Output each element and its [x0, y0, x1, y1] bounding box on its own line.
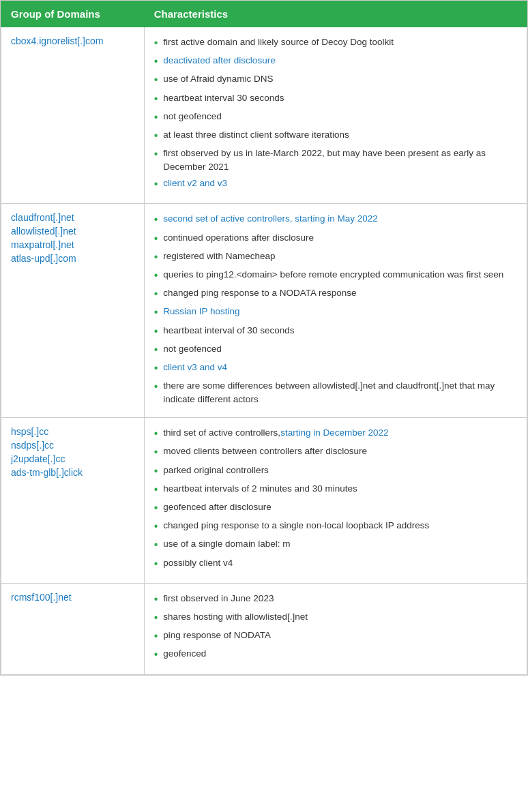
- char-item: possibly client v4: [154, 556, 517, 571]
- char-item: geofenced: [154, 647, 517, 662]
- header-domains: Group of Domains: [1, 1, 145, 27]
- domain-name: maxpatrol[.]net: [11, 239, 134, 250]
- char-item: ping response of NODATA: [154, 629, 517, 644]
- characteristics-list: second set of active controllers, starti…: [154, 212, 517, 406]
- char-item: geofenced after disclosure: [154, 500, 517, 515]
- char-item: second set of active controllers, starti…: [154, 212, 517, 227]
- domain-name: cbox4.ignorelist[.]com: [11, 35, 134, 46]
- characteristics-cell: second set of active controllers, starti…: [144, 204, 527, 418]
- char-item: deactivated after disclosure: [154, 54, 517, 69]
- domain-name: allowlisted[.]net: [11, 226, 134, 237]
- characteristics-list: third set of active controllers, startin…: [154, 426, 517, 571]
- domain-name: j2update[.]cc: [11, 453, 134, 464]
- domain-cell: cbox4.ignorelist[.]com: [1, 27, 145, 204]
- char-item: first observed in June 2023: [154, 592, 517, 607]
- characteristics-list: first observed in June 2023shares hostin…: [154, 592, 517, 663]
- char-item: use of Afraid dynamic DNS: [154, 72, 517, 87]
- domain-name: atlas-upd[.]com: [11, 253, 134, 264]
- domain-cell: rcmsf100[.]net: [1, 583, 145, 674]
- char-item: registered with Namecheap: [154, 250, 517, 265]
- table-row: cbox4.ignorelist[.]comfirst active domai…: [1, 27, 527, 204]
- char-item: heartbeat intervals of 2 minutes and 30 …: [154, 482, 517, 497]
- char-item: use of a single domain label: m: [154, 537, 517, 552]
- characteristics-list: first active domain and likely source of…: [154, 35, 517, 192]
- char-item: client v2 and v3: [154, 177, 517, 192]
- char-item: parked original controllers: [154, 464, 517, 479]
- table-row: rcmsf100[.]netfirst observed in June 202…: [1, 583, 527, 674]
- char-item: heartbeat interval of 30 seconds: [154, 324, 517, 339]
- char-item: client v3 and v4: [154, 361, 517, 376]
- char-item: queries to ping12.<domain> before remote…: [154, 268, 517, 283]
- domain-name: claudfront[.]net: [11, 212, 134, 223]
- domain-name: nsdps[.]cc: [11, 440, 134, 451]
- char-item: first observed by us in late-March 2022,…: [154, 147, 517, 173]
- domain-name: ads-tm-glb[.]click: [11, 467, 134, 478]
- char-item: Russian IP hosting: [154, 305, 517, 320]
- char-item: not geofenced: [154, 342, 517, 357]
- main-table: Group of Domains Characteristics cbox4.i…: [0, 0, 528, 676]
- char-item: continued operations after disclosure: [154, 231, 517, 246]
- char-item: first active domain and likely source of…: [154, 35, 517, 50]
- characteristics-cell: first active domain and likely source of…: [144, 27, 527, 204]
- table-row: hsps[.]ccnsdps[.]ccj2update[.]ccads-tm-g…: [1, 418, 527, 584]
- char-item: moved clients between controllers after …: [154, 445, 517, 460]
- characteristics-cell: third set of active controllers, startin…: [144, 418, 527, 584]
- table-row: claudfront[.]netallowlisted[.]netmaxpatr…: [1, 204, 527, 418]
- characteristics-cell: first observed in June 2023shares hostin…: [144, 583, 527, 674]
- char-item: changed ping response to a single non-lo…: [154, 519, 517, 534]
- domain-cell: hsps[.]ccnsdps[.]ccj2update[.]ccads-tm-g…: [1, 418, 145, 584]
- char-item: there are some differences between allow…: [154, 379, 517, 406]
- char-item: changed ping response to a NODATA respon…: [154, 286, 517, 301]
- char-item: third set of active controllers, startin…: [154, 426, 517, 441]
- domain-name: hsps[.]cc: [11, 426, 134, 437]
- domain-cell: claudfront[.]netallowlisted[.]netmaxpatr…: [1, 204, 145, 418]
- domain-name: rcmsf100[.]net: [11, 592, 134, 603]
- char-item: shares hosting with allowlisted[.]net: [154, 610, 517, 625]
- header-characteristics: Characteristics: [144, 1, 527, 27]
- char-item: heartbeat interval 30 seconds: [154, 91, 517, 106]
- char-item: not geofenced: [154, 110, 517, 125]
- char-item: at least three distinct client software …: [154, 128, 517, 143]
